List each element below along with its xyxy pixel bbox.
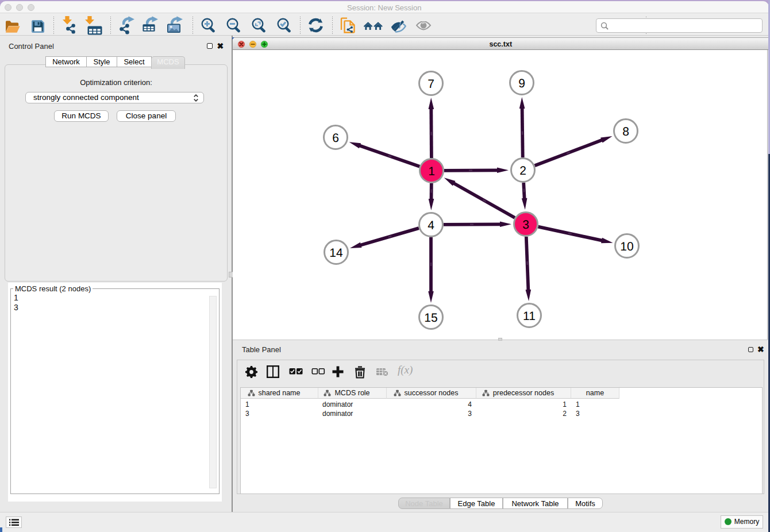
svg-text:15: 15 — [424, 311, 437, 325]
svg-text:6: 6 — [332, 132, 339, 145]
svg-text:8: 8 — [622, 125, 629, 138]
svg-text:2: 2 — [519, 164, 526, 178]
svg-text:14: 14 — [329, 246, 343, 260]
svg-text:9: 9 — [518, 77, 525, 90]
svg-text:7: 7 — [428, 78, 434, 91]
svg-text:10: 10 — [620, 240, 633, 253]
svg-text:11: 11 — [523, 310, 536, 323]
svg-text:3: 3 — [522, 218, 529, 232]
svg-text:4: 4 — [428, 219, 434, 232]
svg-text:1: 1 — [428, 165, 435, 178]
